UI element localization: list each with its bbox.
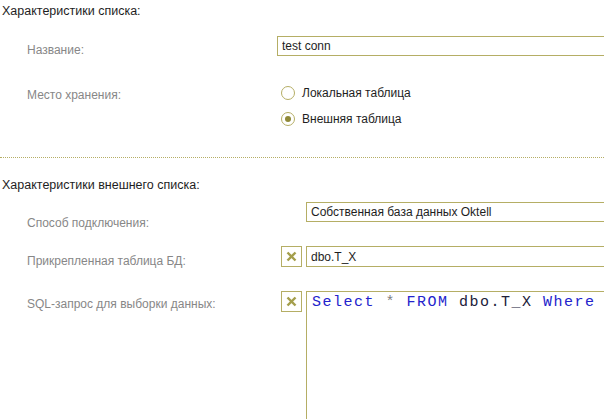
radio-local-table[interactable]: Локальная таблица (281, 86, 411, 100)
section-title-list: Характеристики списка: (2, 4, 141, 18)
sql-query-editor[interactable]: Select * FROM dbo.T_X Where (306, 291, 604, 419)
clear-table-button[interactable] (281, 246, 302, 267)
list-properties-panel: Характеристики списка: Название: Место х… (0, 0, 604, 419)
connection-method-input[interactable] (306, 202, 604, 222)
section-title-external: Характеристики внешнего списка: (2, 178, 200, 192)
storage-field-label: Место хранения: (27, 88, 121, 102)
radio-circle-icon (281, 112, 295, 126)
sql-identifier: dbo.T_X (459, 294, 543, 311)
sql-keyword: Select (312, 294, 386, 311)
table-field-label: Прикрепленная таблица БД: (27, 254, 186, 268)
sql-keyword: Where (543, 294, 596, 311)
radio-external-table[interactable]: Внешняя таблица (281, 112, 402, 126)
sql-field-label: SQL-запрос для выборки данных: (27, 297, 216, 311)
name-field-label: Название: (27, 43, 84, 57)
attached-table-input[interactable] (306, 246, 604, 267)
x-icon (286, 296, 297, 307)
sql-keyword: FROM (407, 294, 460, 311)
radio-local-table-label: Локальная таблица (302, 86, 411, 100)
clear-sql-button[interactable] (281, 291, 302, 312)
sql-operator: * (386, 294, 407, 311)
x-icon (286, 251, 297, 262)
name-input[interactable] (277, 36, 604, 56)
connection-field-label: Способ подключения: (27, 216, 149, 230)
radio-external-table-label: Внешняя таблица (302, 112, 402, 126)
section-divider (0, 157, 604, 158)
radio-circle-icon (281, 86, 295, 100)
